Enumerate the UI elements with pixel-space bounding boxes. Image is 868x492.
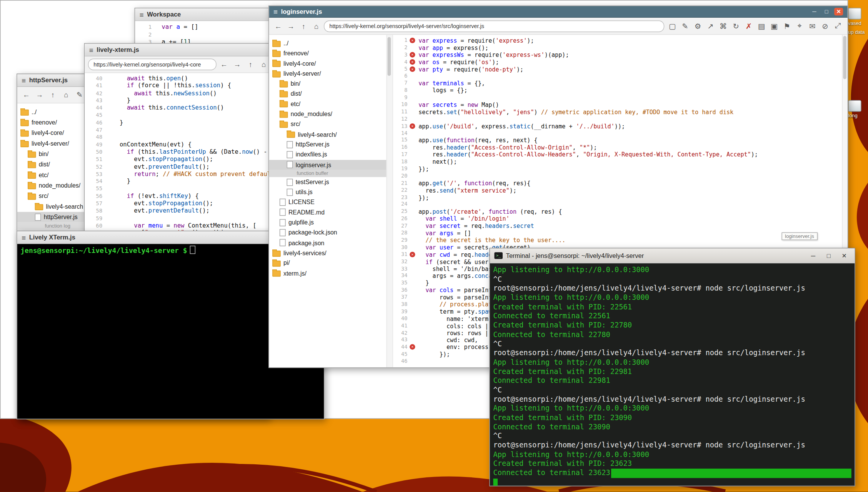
tree-item-freenove[interactable]: freenove/: [17, 117, 89, 128]
code-line-60[interactable]: 60 var menu = new ContextMenu(this, [: [85, 222, 273, 229]
tree-item-node_modules[interactable]: node_modules/: [269, 109, 387, 119]
code-line-2[interactable]: 2: [135, 31, 290, 38]
error-marker-icon[interactable]: ✕: [410, 66, 415, 71]
tree-item-lively4-core[interactable]: lively4-core/: [17, 128, 89, 138]
code-line-9[interactable]: 9: [393, 94, 842, 101]
code-line-48[interactable]: 48: [85, 133, 273, 141]
file-icon[interactable]: ▤: [755, 22, 768, 30]
scrollbar-thumb[interactable]: [388, 37, 391, 76]
tree-item-lively4-server[interactable]: lively4-server/: [17, 138, 89, 149]
code-line-2[interactable]: 2var app = express();: [393, 44, 842, 52]
forward-button[interactable]: →: [285, 20, 297, 32]
home-button[interactable]: ⌂: [60, 89, 72, 100]
tree-item-pi[interactable]: pi/: [269, 258, 387, 268]
tree-subitem[interactable]: function log: [17, 223, 89, 230]
code-line-1[interactable]: 1✕var express = require('express');: [393, 37, 842, 44]
code-line-15[interactable]: 15app.use(function(req, res, next) {: [393, 137, 842, 144]
tree-scrollbar[interactable]: [387, 35, 393, 367]
code-line-29[interactable]: 29 // the secret is the key to the user.…: [393, 237, 842, 244]
gears-icon[interactable]: ⚙: [691, 22, 704, 30]
expand-icon[interactable]: ⤢: [831, 22, 844, 30]
code-line-53[interactable]: 53 return; // #HACK custom prevent defau…: [85, 170, 273, 178]
hamburger-menu-icon[interactable]: ≡: [22, 234, 26, 241]
code-line-27[interactable]: 27 var secret = req.headers.secret: [393, 223, 842, 230]
code-line-4[interactable]: 4✕var os = require('os');: [393, 58, 842, 66]
code-line-28[interactable]: 28 var args = []: [393, 229, 842, 237]
tree-item-package-lock.json[interactable]: package-lock.json: [269, 228, 387, 238]
tree-item-etc[interactable]: etc/: [269, 99, 387, 109]
code-line-26[interactable]: 26 var shell = '/bin/login': [393, 215, 842, 223]
tree-item-node_modules[interactable]: node_modules/: [17, 180, 89, 191]
code-line-11[interactable]: 11secrets.set("hellolively", "jens") // …: [393, 108, 842, 116]
tree-subitem[interactable]: function buffer: [269, 170, 387, 177]
code-line-44[interactable]: 44 await this.connectSession(): [85, 104, 273, 111]
tree-item-lively4-core[interactable]: lively4-core/: [269, 58, 387, 68]
code-line-8[interactable]: 8 logs = {};: [393, 87, 842, 94]
terminal-titlebar[interactable]: >_ Terminal - jens@sensorpi: ~/lively4/l…: [490, 248, 855, 263]
code-line-25[interactable]: 25app.post('/create', function (req, res…: [393, 208, 842, 216]
hamburger-menu-icon[interactable]: ≡: [22, 76, 26, 84]
tree-item-utils.js[interactable]: utils.js: [269, 187, 387, 197]
code-line-10[interactable]: 10var secrets = new Map(): [393, 101, 842, 108]
pin-icon[interactable]: ⌖: [793, 22, 806, 30]
code-line-58[interactable]: 58 evt.preventDefault();: [85, 207, 273, 214]
lively-xterm-code-editor[interactable]: 40 await this.open()41 if (force || !thi…: [85, 73, 273, 234]
code-line-47[interactable]: 47: [85, 126, 273, 133]
tree-item-readme.md[interactable]: README.md: [269, 207, 387, 217]
error-marker-icon[interactable]: ✕: [410, 52, 415, 57]
up-button[interactable]: ↑: [298, 20, 309, 32]
tree-item-lively4-server[interactable]: lively4-server/: [269, 68, 387, 78]
home-button[interactable]: ⌂: [311, 20, 322, 32]
tree-item-bin[interactable]: bin/: [269, 79, 387, 89]
open-external-icon[interactable]: ↗: [704, 22, 717, 30]
code-line-45[interactable]: 45: [85, 111, 273, 119]
refresh-icon[interactable]: ↻: [730, 22, 742, 30]
hamburger-menu-icon[interactable]: ≡: [89, 46, 93, 53]
terminal-screen[interactable]: App listening to http://0.0.0.0:3000^Cro…: [490, 263, 855, 486]
tree-item-..[interactable]: ../: [17, 107, 89, 117]
back-button[interactable]: ←: [218, 59, 230, 70]
lively-xterm-titlebar[interactable]: ≡ lively-xterm.js: [85, 44, 273, 57]
code-line-40[interactable]: 40 await this.open(): [85, 75, 273, 82]
folder-icon[interactable]: ▣: [768, 22, 780, 30]
checkbox-icon[interactable]: ▢: [666, 22, 679, 30]
mail-icon[interactable]: ✉: [806, 22, 819, 30]
tree-item-xterm.js[interactable]: xterm.js/: [269, 268, 387, 278]
forward-button[interactable]: →: [34, 89, 45, 100]
flag-icon[interactable]: ⚑: [781, 22, 793, 30]
tree-item-license[interactable]: LICENSE: [269, 197, 387, 207]
code-line-12[interactable]: 12: [393, 116, 842, 123]
tree-item-httpserver.js[interactable]: httpServer.js: [17, 212, 89, 222]
brush-icon[interactable]: ✎: [679, 22, 691, 30]
tree-item-dist[interactable]: dist/: [269, 89, 387, 99]
code-line-18[interactable]: 18 next();: [393, 158, 842, 166]
tree-item-loginserver.js[interactable]: loginserver.js: [269, 160, 387, 170]
tree-item-etc[interactable]: etc/: [17, 170, 89, 180]
forward-button[interactable]: →: [232, 59, 243, 70]
maximize-button[interactable]: □: [823, 252, 835, 259]
minimize-button[interactable]: ─: [810, 8, 819, 15]
code-line-59[interactable]: 59: [85, 214, 273, 222]
tree-item-httpserver.js[interactable]: httpServer.js: [269, 140, 387, 150]
error-marker-icon[interactable]: ✕: [410, 252, 415, 257]
url-bar[interactable]: [324, 20, 664, 32]
tree-item-src[interactable]: src/: [269, 119, 387, 129]
desktop-icon-long[interactable]: long: [848, 100, 868, 119]
code-line-22[interactable]: 22 res.send("xterm service");: [393, 187, 842, 194]
up-button[interactable]: ↑: [47, 89, 58, 100]
code-line-13[interactable]: 13✕app.use('/build', express.static(__di…: [393, 123, 842, 130]
hamburger-menu-icon[interactable]: ≡: [140, 11, 144, 18]
code-line-55[interactable]: 55: [85, 185, 273, 192]
code-line-51[interactable]: 51 evt.stopPropagation();: [85, 156, 273, 163]
code-line-46[interactable]: 46 }: [85, 119, 273, 126]
cancel-icon[interactable]: ⊘: [819, 22, 831, 30]
up-button[interactable]: ↑: [245, 59, 256, 70]
code-line-6[interactable]: 6: [393, 73, 842, 80]
code-line-43[interactable]: 43 }: [85, 97, 273, 104]
home-button[interactable]: ⌂: [258, 59, 270, 70]
maximize-button[interactable]: □: [822, 8, 831, 15]
error-marker-icon[interactable]: ✕: [410, 123, 415, 129]
tree-item-dist[interactable]: dist/: [17, 160, 89, 170]
code-line-5[interactable]: 5✕var pty = require('node-pty');: [393, 66, 842, 73]
desktop-icon-vased[interactable]: vased: [848, 8, 868, 26]
